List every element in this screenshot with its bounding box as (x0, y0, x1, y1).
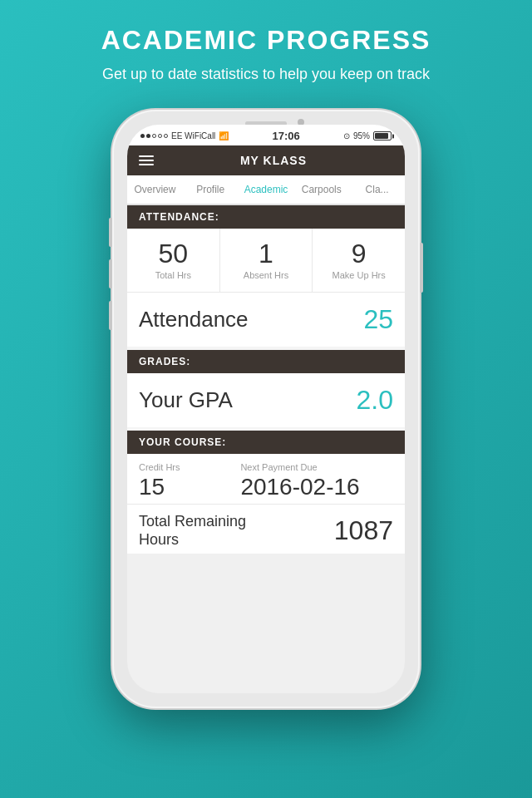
attendance-stats: 50 Total Hrs 1 Absent Hrs 9 Make Up Hrs (127, 229, 405, 293)
next-payment-label: Next Payment Due (240, 462, 393, 472)
stat-absent-hrs-value: 1 (227, 240, 306, 267)
phone-screen: EE WiFiCall 📶 17:06 ⊙ 95% (127, 125, 405, 693)
total-remaining-label: Total RemainingHours (139, 513, 246, 549)
next-payment-value: 2016-02-16 (240, 474, 393, 500)
tab-bar: Overview Profile Academic Carpools Cla..… (127, 175, 405, 205)
stat-total-hrs-label: Total Hrs (134, 270, 213, 280)
credit-hrs-col: Credit Hrs 15 (139, 462, 240, 500)
phone-outer: EE WiFiCall 📶 17:06 ⊙ 95% (112, 110, 420, 708)
hamburger-menu[interactable] (139, 155, 154, 165)
status-time: 17:06 (273, 130, 300, 142)
signal-dots (140, 134, 168, 138)
dot-4 (158, 134, 162, 138)
next-payment-col: Next Payment Due 2016-02-16 (240, 462, 393, 500)
dot-1 (140, 134, 145, 138)
location-icon: ⊙ (343, 131, 350, 140)
gpa-row: Your GPA 2.0 (127, 373, 405, 427)
gpa-value: 2.0 (357, 385, 393, 416)
battery-body (373, 131, 392, 140)
tab-academic[interactable]: Academic (239, 175, 294, 205)
course-row: Credit Hrs 15 Next Payment Due 2016-02-1… (127, 454, 405, 504)
course-header: YOUR COURSE: (127, 431, 405, 454)
app-title: MY KLASS (154, 154, 393, 167)
phone-mockup: EE WiFiCall 📶 17:06 ⊙ 95% (112, 110, 420, 708)
stat-makeup-hrs-label: Make Up Hrs (319, 270, 398, 280)
dot-3 (152, 134, 156, 138)
page-title: ACADEMIC PROGRESS (101, 25, 431, 56)
grades-header: GRADES: (127, 350, 405, 373)
credit-hrs-label: Credit Hrs (139, 462, 240, 472)
stat-total-hrs-value: 50 (134, 240, 213, 267)
attendance-summary-value: 25 (363, 304, 393, 335)
page-subtitle: Get up to date statistics to help you ke… (101, 64, 431, 85)
tab-profile[interactable]: Profile (183, 175, 239, 205)
gpa-label: Your GPA (139, 387, 233, 413)
hamburger-line-1 (139, 155, 154, 157)
battery-pct: 95% (353, 131, 370, 140)
main-content: ATTENDANCE: 50 Total Hrs 1 Absent Hrs 9 … (127, 205, 405, 554)
status-right: ⊙ 95% (343, 131, 392, 140)
tab-carpools[interactable]: Carpools (293, 175, 349, 205)
attendance-summary-label: Attendance (139, 307, 249, 332)
credit-hrs-value: 15 (139, 474, 240, 500)
stat-makeup-hrs-value: 9 (319, 240, 398, 267)
course-section: Credit Hrs 15 Next Payment Due 2016-02-1… (127, 454, 405, 554)
battery-fill (375, 133, 388, 139)
attendance-summary-row: Attendance 25 (127, 293, 405, 347)
dot-2 (146, 134, 150, 138)
wifi-icon: 📶 (219, 131, 229, 140)
carrier-text: EE WiFiCall (171, 131, 215, 140)
hamburger-line-3 (139, 164, 154, 165)
total-remaining-row: Total RemainingHours 1087 (127, 504, 405, 554)
app-header: MY KLASS (127, 145, 405, 175)
status-bar: EE WiFiCall 📶 17:06 ⊙ 95% (127, 125, 405, 145)
page-header: ACADEMIC PROGRESS Get up to date statist… (85, 0, 448, 101)
tab-cla[interactable]: Cla... (349, 175, 405, 205)
stat-total-hrs: 50 Total Hrs (127, 229, 220, 292)
status-left: EE WiFiCall 📶 (140, 131, 229, 140)
hamburger-line-2 (139, 160, 154, 161)
battery-indicator (373, 131, 392, 140)
attendance-header: ATTENDANCE: (127, 205, 405, 229)
stat-absent-hrs-label: Absent Hrs (227, 270, 306, 280)
stat-makeup-hrs: 9 Make Up Hrs (313, 229, 405, 292)
total-remaining-value: 1087 (334, 515, 393, 546)
tab-overview[interactable]: Overview (127, 175, 183, 205)
stat-absent-hrs: 1 Absent Hrs (220, 229, 313, 292)
dot-5 (164, 134, 168, 138)
